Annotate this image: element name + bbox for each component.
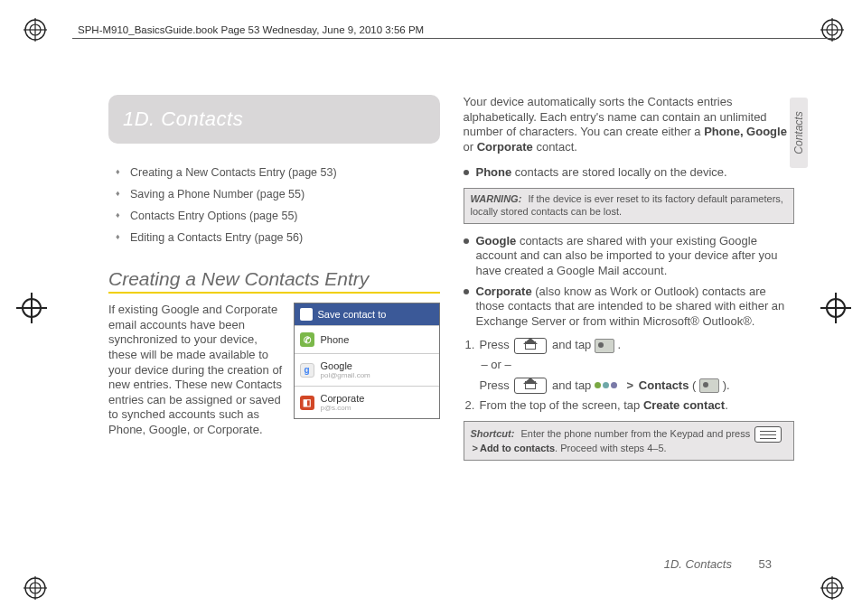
bullet-phone: Phone contacts are stored locally on the…	[464, 163, 795, 183]
section-heading: Creating a New Contacts Entry	[108, 268, 440, 290]
popup-row-label: Corporate	[321, 393, 365, 404]
popup-title: Save contact to	[318, 309, 387, 320]
contacts-app-icon	[699, 378, 719, 393]
google-icon: g	[300, 363, 314, 378]
right-column: Your device automatically sorts the Cont…	[464, 95, 795, 553]
cross-mark-right	[820, 293, 851, 323]
popup-row-label: Google	[321, 360, 352, 371]
toc-item: Creating a New Contacts Entry (page 53)	[116, 162, 440, 183]
header-rule	[72, 38, 835, 39]
popup-titlebar: Save contact to	[295, 303, 439, 325]
home-key-icon	[514, 338, 547, 354]
home-key-icon	[514, 378, 547, 394]
footer-page-number: 53	[759, 557, 772, 571]
apps-dots-icon	[595, 379, 622, 392]
corporate-icon: ◧	[300, 396, 314, 410]
toc-item: Editing a Contacts Entry (page 56)	[116, 227, 440, 248]
toc-item: Contacts Entry Options (page 55)	[116, 205, 440, 227]
menu-key-icon	[754, 426, 782, 443]
popup-row-label: Phone	[321, 334, 350, 345]
cross-mark-left	[16, 293, 47, 323]
popup-row-sub: pol@gmail.com	[321, 371, 370, 379]
popup-row-corporate: ◧ Corporatep@s.com	[295, 386, 439, 418]
popup-row-phone: ✆ Phone	[295, 325, 439, 353]
contacts-app-icon	[595, 339, 614, 353]
save-contact-popup: Save contact to ✆ Phone g Googlepol@gmai…	[294, 303, 440, 419]
lead-paragraph: Your device automatically sorts the Cont…	[464, 95, 795, 155]
chapter-box: 1D. Contacts	[108, 95, 440, 144]
bullet-google: Google contacts are shared with your exi…	[464, 231, 795, 282]
step-1: 1. Press and tap . – or – Press and tap …	[465, 335, 795, 395]
warning-box: WARNING: If the device is ever reset to …	[464, 188, 795, 224]
chevron-right-icon: >	[471, 443, 480, 453]
warning-label: WARNING:	[471, 193, 522, 204]
left-column: 1D. Contacts Creating a New Contacts Ent…	[108, 95, 440, 553]
toc-item: Saving a Phone Number (page 55)	[116, 183, 440, 205]
save-icon	[300, 308, 313, 321]
chapter-title: 1D. Contacts	[123, 107, 426, 131]
reg-mark-bottom-left	[23, 576, 47, 600]
or-line: – or –	[480, 358, 511, 371]
popup-row-google: g Googlepol@gmail.com	[295, 353, 439, 386]
side-tab-label: Contacts	[792, 111, 805, 154]
chevron-right-icon: >	[625, 378, 636, 392]
reg-mark-bottom-right	[820, 576, 844, 600]
reg-mark-top-left	[23, 18, 47, 42]
bullet-corporate: Corporate (also know as Work or Outlook)…	[464, 282, 795, 332]
step-2: 2. From the top of the screen, tap Creat…	[465, 396, 795, 415]
toc-list: Creating a New Contacts Entry (page 53) …	[116, 162, 440, 248]
section-rule	[108, 292, 440, 294]
footer-title: 1D. Contacts	[664, 557, 732, 571]
phone-icon: ✆	[300, 332, 314, 347]
print-header: SPH-M910_BasicsGuide.book Page 53 Wednes…	[78, 24, 424, 35]
popup-row-sub: p@s.com	[321, 404, 365, 412]
shortcut-label: Shortcut:	[471, 428, 515, 439]
shortcut-box: Shortcut: Enter the phone number from th…	[464, 421, 795, 461]
page-footer: 1D. Contacts 53	[664, 557, 772, 571]
